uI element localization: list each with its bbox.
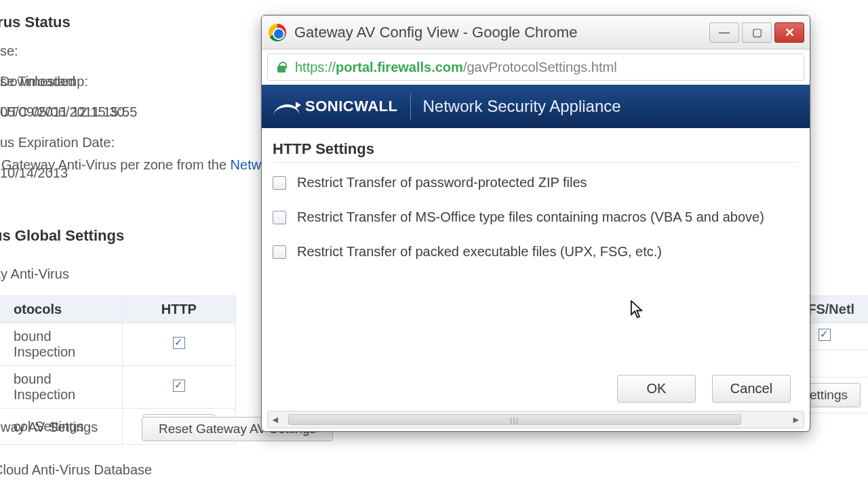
close-button[interactable]: ✕ bbox=[774, 22, 804, 43]
section-heading: HTTP Settings bbox=[273, 140, 799, 158]
label-restrict-packed: Restrict Transfer of packed executable f… bbox=[297, 244, 662, 260]
scroll-right-arrow[interactable]: ► bbox=[789, 414, 804, 425]
th-protocols: otocols bbox=[0, 296, 122, 323]
cancel-button[interactable]: Cancel bbox=[712, 375, 791, 403]
checkbox-restrict-macros[interactable] bbox=[273, 211, 286, 224]
brand-title: Network Security Appliance bbox=[423, 97, 621, 116]
checkbox-restrict-packed[interactable] bbox=[273, 245, 286, 259]
row-inbound: bound Inspection bbox=[0, 323, 122, 366]
checkbox-restrict-zip[interactable] bbox=[273, 176, 286, 190]
row-outbound: bound Inspection bbox=[0, 366, 122, 409]
zone-note: Gateway Anti-Virus per zone from the Net… bbox=[1, 157, 304, 173]
http-inbound-checkbox[interactable] bbox=[173, 337, 185, 349]
brand-bar: SONICWALL Network Security Appliance bbox=[262, 85, 810, 128]
virus-status-heading: irus Status bbox=[0, 14, 71, 31]
window-title: Gateway AV Config View - Google Chrome bbox=[294, 24, 577, 41]
label-signature: se: bbox=[0, 36, 146, 66]
label-timestamp: se Timestamp: bbox=[0, 66, 146, 97]
label-restrict-zip: Restrict Transfer of password-protected … bbox=[297, 175, 587, 190]
value-lastcheck: 05/09/2011 12:15:30. bbox=[0, 97, 146, 127]
option-restrict-packed[interactable]: Restrict Transfer of packed executable f… bbox=[273, 244, 799, 260]
swoosh-icon bbox=[274, 99, 300, 114]
http-outbound-checkbox[interactable] bbox=[173, 380, 185, 392]
ok-button[interactable]: OK bbox=[617, 375, 696, 403]
grip-icon: ||| bbox=[510, 417, 519, 424]
label-restrict-macros: Restrict Transfer of MS-Office type file… bbox=[297, 209, 764, 225]
scroll-track[interactable]: ||| bbox=[283, 414, 789, 425]
horizontal-scrollbar[interactable]: ◄ ||| ► bbox=[267, 411, 804, 428]
popup-content: HTTP Settings Restrict Transfer of passw… bbox=[262, 128, 810, 411]
label-expiration: us Expiration Date: bbox=[0, 127, 146, 158]
maximize-icon: ▢ bbox=[752, 26, 762, 39]
url-text: https://portal.firewalls.com/gavProtocol… bbox=[295, 60, 617, 75]
minimize-icon: — bbox=[719, 26, 730, 39]
reset-label: eway AV Settings bbox=[0, 420, 98, 435]
divider bbox=[273, 162, 799, 163]
status-details: se:Downloaded se Timestamp:UTC 05/06/201… bbox=[0, 36, 146, 158]
lock-icon bbox=[276, 61, 287, 73]
sonicwall-logo: SONICWALL bbox=[274, 93, 411, 120]
maximize-button[interactable]: ▢ bbox=[742, 22, 772, 43]
cloud-av-label: Cloud Anti-Virus Database bbox=[0, 462, 152, 478]
popup-window: Gateway AV Config View - Google Chrome —… bbox=[261, 15, 810, 432]
minimize-button[interactable]: — bbox=[709, 22, 739, 43]
option-restrict-macros[interactable]: Restrict Transfer of MS-Office type file… bbox=[273, 209, 799, 225]
chrome-icon bbox=[269, 24, 286, 41]
scroll-left-arrow[interactable]: ◄ bbox=[268, 414, 283, 425]
address-bar[interactable]: https://portal.firewalls.com/gavProtocol… bbox=[267, 54, 804, 81]
scroll-thumb[interactable]: ||| bbox=[288, 414, 741, 425]
option-restrict-zip[interactable]: Restrict Transfer of password-protected … bbox=[273, 175, 799, 190]
th-http: HTTP bbox=[122, 296, 236, 323]
enable-gateway-av-label: ay Anti-Virus bbox=[0, 266, 69, 282]
cifs-inbound-checkbox[interactable] bbox=[818, 329, 831, 341]
global-settings-heading: us Global Settings bbox=[0, 227, 124, 245]
window-titlebar[interactable]: Gateway AV Config View - Google Chrome —… bbox=[262, 16, 810, 49]
